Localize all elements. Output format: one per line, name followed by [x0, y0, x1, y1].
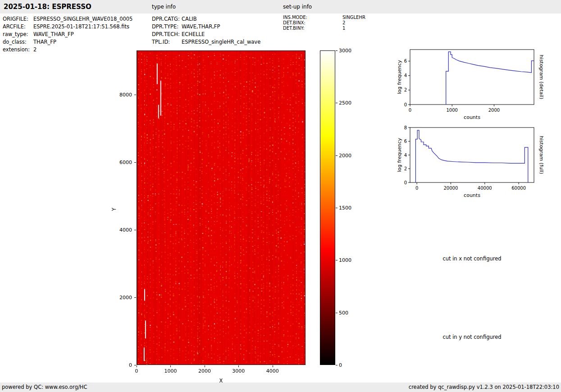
arcfile-label: ARCFILE:: [3, 23, 33, 31]
hist-y-tick-label: 6: [404, 139, 407, 144]
x-tickmark: [273, 365, 273, 367]
doclass-value: THAR_FP: [33, 38, 56, 46]
colorbar-tick-label: 500: [339, 310, 348, 316]
hist-x-tick-label: 0: [409, 108, 411, 113]
colorbar-tickmark: [336, 260, 338, 260]
colorbar-tickmark: [336, 208, 338, 208]
setup-info-heading: set-up info: [283, 0, 312, 14]
setup-info-block: INS.MODE:SINGLEHR DET.BINX:2 DET.BINY:1: [283, 15, 365, 31]
x-tickmark: [205, 365, 205, 367]
colorbar-tick-label: 1000: [339, 257, 351, 263]
origfile-value: ESPRESSO_SINGLEHR_WAVE018_0005: [33, 15, 132, 23]
rawtype-label: raw_type:: [3, 31, 33, 38]
colorbar-tick-label: 2500: [339, 100, 351, 106]
extension-label: extension:: [3, 46, 33, 54]
y-tick-label: 8000: [115, 92, 132, 98]
colorbar-tick-label: 0: [339, 362, 342, 368]
x-tickmark: [137, 365, 137, 367]
hist-y-tick-label: 6: [404, 59, 407, 64]
histogram-detail-chart: 0100020000246countslog frequencyhistogra…: [397, 44, 545, 128]
hist-y-tick-label: 0: [404, 102, 407, 107]
dpr-tech-label: DPR.TECH:: [152, 31, 182, 38]
x-tick-label: 1000: [161, 368, 179, 374]
raw-detector-image: [137, 51, 305, 365]
type-info-row: DPR.TYPE:WAVE,THAR,FP: [152, 23, 260, 31]
histogram-full-chart: 020000400006000002468countslog frequency…: [397, 122, 545, 205]
x-tickmark: [238, 365, 239, 367]
hist-x-tick-label: 0: [415, 186, 418, 191]
colorbar-tick-label: 3000: [339, 48, 351, 54]
hist-y-tick-label: 8: [404, 125, 407, 130]
dpr-catg-label: DPR.CATG:: [152, 15, 182, 23]
x-tick-label: 0: [128, 368, 146, 374]
colorbar-tickmark: [336, 155, 338, 156]
file-info-block: ORIGFILE:ESPRESSO_SINGLEHR_WAVE018_0005 …: [3, 15, 132, 54]
doclass-label: do_class:: [3, 38, 33, 46]
hist-y-tick-label: 4: [404, 153, 407, 158]
file-info-row: raw_type:WAVE_THAR_FP: [3, 31, 132, 38]
det-biny-value: 1: [342, 26, 345, 31]
dpr-tech-value: ECHELLE: [182, 31, 205, 38]
x-tick-label: 3000: [229, 368, 247, 374]
x-tickmark: [170, 365, 171, 367]
hist-frame: [410, 128, 534, 182]
det-binx-value: 2: [342, 20, 345, 26]
y-tick-label: 6000: [115, 160, 132, 165]
file-info-row: ARCFILE:ESPRE.2025-01-18T21:17:51.568.fi…: [3, 23, 132, 31]
hist-x-tick-label: 60000: [511, 186, 526, 191]
x-tick-label: 2000: [196, 368, 214, 374]
footer-created-by: created by qc_rawdisp.py v1.2.3 on 2025-…: [409, 383, 559, 392]
hist-x-tick-label: 20000: [444, 186, 458, 191]
cut-in-x-message: cut in x not configured: [410, 255, 534, 262]
hist-y-tick-label: 0: [404, 180, 407, 185]
setup-info-row: DET.BINY:1: [283, 26, 365, 31]
colorbar-tickmark: [336, 103, 338, 103]
extension-value: 2: [33, 46, 36, 54]
colorbar: [320, 50, 335, 365]
tpl-id-label: TPL.ID:: [152, 38, 182, 46]
hist-right-title: histogram (full): [538, 136, 544, 174]
page-title: 2025-01-18: ESPRESSO: [4, 0, 91, 14]
file-info-row: extension:2: [3, 46, 132, 54]
colorbar-tick-label: 1500: [339, 205, 351, 211]
dpr-catg-value: CALIB: [182, 15, 197, 23]
hist-frame: [410, 50, 534, 105]
type-info-row: TPL.ID:ESPRESSO_singleHR_cal_wave: [152, 38, 260, 46]
hist-x-tick-label: 2000: [488, 108, 500, 113]
setup-info-row: INS.MODE:SINGLEHR: [283, 15, 365, 20]
hist-x-axis-title: counts: [464, 192, 480, 198]
hist-x-tick-label: 40000: [478, 186, 492, 191]
hist-y-tick-label: 2: [404, 87, 407, 92]
det-binx-label: DET.BINX:: [283, 20, 342, 26]
x-tick-label: 4000: [264, 368, 282, 374]
file-info-row: do_class:THAR_FP: [3, 38, 132, 46]
dpr-type-value: WAVE,THAR,FP: [182, 23, 220, 31]
hist-x-axis-title: counts: [464, 114, 480, 120]
y-tickmark: [134, 230, 136, 230]
footer-bar: created by qc_rawdisp.py v1.2.3 on 2025-…: [0, 383, 561, 392]
y-tickmark: [134, 95, 136, 95]
colorbar-tickmark: [336, 50, 338, 51]
hist-y-tick-label: 4: [404, 73, 407, 78]
cut-in-y-message: cut in y not configured: [410, 334, 534, 340]
colorbar-tickmark: [336, 365, 338, 365]
footer-powered-by: powered by QC: www.eso.org/HC: [2, 384, 87, 390]
dpr-type-label: DPR.TYPE:: [152, 23, 182, 31]
y-tick-label: 0: [115, 362, 132, 368]
y-tickmark: [134, 162, 136, 163]
ins-mode-value: SINGLEHR: [342, 15, 365, 20]
y-tick-label: 4000: [115, 227, 132, 233]
arcfile-value: ESPRE.2025-01-18T21:17:51.568.fits: [33, 23, 129, 31]
header-bar: 2025-01-18: ESPRESSO type info set-up in…: [0, 0, 561, 14]
hist-right-title: histogram (detail): [538, 55, 544, 100]
file-info-row: ORIGFILE:ESPRESSO_SINGLEHR_WAVE018_0005: [3, 15, 132, 23]
det-biny-label: DET.BINY:: [283, 26, 342, 31]
type-info-row: DPR.CATG:CALIB: [152, 15, 260, 23]
raw-detector-image-plot: [137, 50, 306, 365]
ins-mode-label: INS.MODE:: [283, 15, 342, 20]
colorbar-tickmark: [336, 313, 338, 313]
setup-info-row: DET.BINX:2: [283, 20, 365, 26]
tpl-id-value: ESPRESSO_singleHR_cal_wave: [182, 38, 260, 46]
type-info-block: DPR.CATG:CALIB DPR.TYPE:WAVE,THAR,FP DPR…: [152, 15, 260, 46]
y-axis-title: Y: [111, 204, 117, 211]
